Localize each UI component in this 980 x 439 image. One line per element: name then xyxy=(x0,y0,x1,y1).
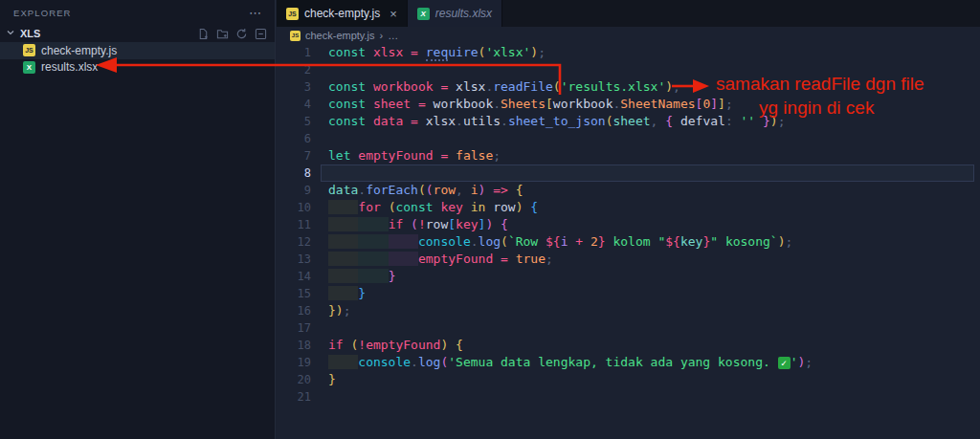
line-number: 2 xyxy=(277,61,311,78)
line-number: 1 xyxy=(277,44,311,61)
code-text: console.log(`Row ${i + 2} kolom "${key}"… xyxy=(321,233,974,251)
annotation-text-line2: yg ingin di cek xyxy=(759,98,874,119)
code-text: const xlsx = require('xlsx'); xyxy=(321,44,974,61)
editor-group: JS check-empty.js × X results.xlsx JS ch… xyxy=(277,0,980,439)
code-text: let emptyFound = false; xyxy=(321,147,974,165)
line-number: 8 xyxy=(277,165,311,182)
tab-results-xlsx[interactable]: X results.xlsx xyxy=(408,0,502,27)
code-line[interactable]: 17 xyxy=(277,319,980,337)
code-text: } xyxy=(321,285,974,302)
line-number: 12 xyxy=(277,233,311,251)
code-text: } xyxy=(321,371,974,388)
tab-check-empty-js[interactable]: JS check-empty.js × xyxy=(277,0,408,27)
code-line[interactable]: 15 } xyxy=(277,285,980,302)
code-line[interactable]: 13 emptyFound = true; xyxy=(277,251,980,268)
code-line[interactable]: 9data.forEach((row, i) => { xyxy=(277,182,980,199)
explorer-more-icon[interactable]: ⋯ xyxy=(249,6,261,20)
breadcrumb-more[interactable]: … xyxy=(388,30,398,41)
line-number: 4 xyxy=(277,96,311,113)
code-line[interactable]: 16}); xyxy=(277,302,980,319)
code-line[interactable]: 10 for (const key in row) { xyxy=(277,199,980,216)
code-area[interactable]: 1const xlsx = require('xlsx');23const wo… xyxy=(277,44,980,439)
code-text: }); xyxy=(321,302,974,319)
code-text: data.forEach((row, i) => { xyxy=(321,182,974,199)
line-number: 20 xyxy=(277,371,311,388)
js-file-icon: JS xyxy=(286,8,299,20)
line-number: 13 xyxy=(277,251,311,268)
code-line[interactable]: 19 console.log('Semua data lengkap, tida… xyxy=(277,354,980,371)
line-number: 6 xyxy=(277,130,311,147)
new-folder-icon[interactable] xyxy=(216,28,229,40)
line-number: 3 xyxy=(277,78,311,96)
line-number: 10 xyxy=(277,199,311,216)
code-line[interactable]: 7let emptyFound = false; xyxy=(277,147,980,165)
line-number: 18 xyxy=(277,337,311,354)
line-number: 21 xyxy=(277,388,311,406)
folder-row-xls[interactable]: XLS xyxy=(0,25,275,42)
code-text: } xyxy=(321,268,974,285)
code-text xyxy=(321,388,974,406)
code-line[interactable]: 12 console.log(`Row ${i + 2} kolom "${ke… xyxy=(277,233,980,251)
breadcrumb-separator: › xyxy=(380,30,384,41)
annotation-text-line1: samakan readFile dgn file xyxy=(716,74,924,95)
code-line[interactable]: 4const sheet = workbook.Sheets[workbook.… xyxy=(277,96,980,113)
close-icon[interactable]: × xyxy=(390,7,397,21)
explorer-sidebar: EXPLORER ⋯ XLS xyxy=(0,0,276,439)
code-line[interactable]: 6 xyxy=(277,130,980,147)
code-text: emptyFound = true; xyxy=(321,251,974,268)
file-row-check-empty-js[interactable]: JS check-empty.js xyxy=(0,42,275,59)
vscode-window: EXPLORER ⋯ XLS xyxy=(0,0,980,439)
code-line[interactable]: 8 xyxy=(277,165,980,182)
excel-file-icon: X xyxy=(417,8,430,20)
line-number: 7 xyxy=(277,147,311,165)
excel-file-icon: X xyxy=(23,61,35,74)
code-text xyxy=(321,130,974,147)
line-number: 19 xyxy=(277,354,311,371)
line-number: 14 xyxy=(277,268,311,285)
code-line[interactable]: 14 } xyxy=(277,268,980,285)
code-line[interactable]: 1const xlsx = require('xlsx'); xyxy=(277,44,980,61)
file-name: check-empty.js xyxy=(41,44,117,57)
js-file-icon: JS xyxy=(23,44,35,56)
code-text: if (!row[key]) { xyxy=(321,216,974,233)
new-file-icon[interactable] xyxy=(197,28,210,40)
tab-bar: JS check-empty.js × X results.xlsx xyxy=(277,0,980,27)
file-row-results-xlsx[interactable]: X results.xlsx xyxy=(0,59,275,77)
tab-label: results.xlsx xyxy=(435,7,492,20)
explorer-header: EXPLORER ⋯ xyxy=(0,0,275,25)
line-number: 15 xyxy=(277,285,311,302)
refresh-icon[interactable] xyxy=(235,28,248,40)
code-text: for (const key in row) { xyxy=(321,199,974,216)
code-line[interactable]: 21 xyxy=(277,388,980,406)
js-file-icon: JS xyxy=(290,31,301,41)
explorer-title: EXPLORER xyxy=(13,8,72,18)
code-text: const data = xlsx.utils.sheet_to_json(sh… xyxy=(321,113,974,130)
file-name: results.xlsx xyxy=(41,60,98,74)
chevron-down-icon xyxy=(5,25,16,42)
code-text: if (!emptyFound) { xyxy=(321,337,974,354)
code-line[interactable]: 5const data = xlsx.utils.sheet_to_json(s… xyxy=(277,113,980,130)
code-line[interactable]: 20} xyxy=(277,371,980,388)
line-number: 16 xyxy=(277,302,311,319)
code-text: console.log('Semua data lengkap, tidak a… xyxy=(321,354,974,371)
code-text: const sheet = workbook.Sheets[workbook.S… xyxy=(321,96,974,113)
folder-name: XLS xyxy=(20,28,197,39)
line-number: 17 xyxy=(277,319,311,337)
breadcrumb[interactable]: JS check-empty.js › … xyxy=(277,27,980,44)
code-text xyxy=(321,319,974,337)
tab-label: check-empty.js xyxy=(304,7,380,20)
breadcrumb-file[interactable]: check-empty.js xyxy=(305,30,375,41)
code-line[interactable]: 11 if (!row[key]) { xyxy=(277,216,980,233)
line-number: 5 xyxy=(277,113,311,130)
line-number: 11 xyxy=(277,216,311,233)
code-text xyxy=(321,165,974,182)
line-number: 9 xyxy=(277,182,311,199)
code-line[interactable]: 18if (!emptyFound) { xyxy=(277,337,980,354)
collapse-all-icon[interactable] xyxy=(255,28,267,40)
